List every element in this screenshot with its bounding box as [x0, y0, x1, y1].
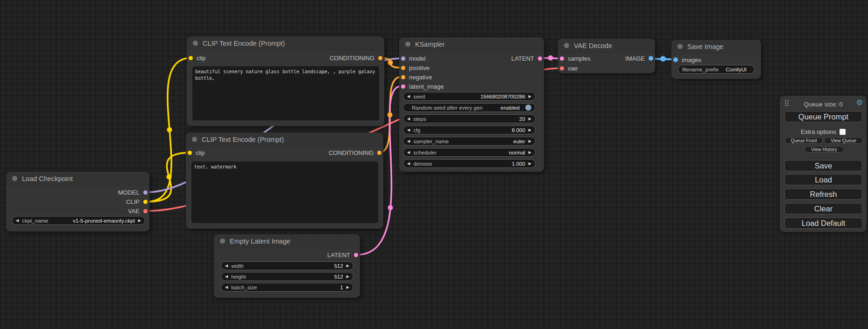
decrement-arrow-icon[interactable]: ◀: [225, 275, 228, 279]
output-conditioning[interactable]: CONDITIONING: [330, 54, 382, 62]
latent-port-icon[interactable]: [560, 56, 564, 61]
output-model[interactable]: MODEL: [118, 188, 148, 196]
model-port-icon[interactable]: [143, 190, 148, 195]
node-clip-text-encode-negative[interactable]: CLIP Text Encode (Prompt) clip CONDITION…: [186, 133, 383, 229]
node-load-checkpoint[interactable]: Load Checkpoint MODEL CLIP VAE ◀ ckpt_na…: [6, 172, 149, 231]
input-latent-image[interactable]: latent_image: [401, 82, 444, 91]
input-clip[interactable]: clip: [188, 148, 205, 157]
ckpt-name-widget[interactable]: ◀ ckpt_name v1-5-pruned-emaonly.ckpt ▶: [12, 216, 145, 225]
node-collapse-dot-icon[interactable]: [220, 238, 225, 244]
output-clip[interactable]: CLIP: [126, 197, 148, 206]
vae-port-icon[interactable]: [560, 66, 564, 70]
node-title-bar[interactable]: Load Checkpoint: [6, 172, 149, 186]
node-vae-decode[interactable]: VAE Decode samples vae IMAGE: [558, 39, 655, 73]
conditioning-port-icon[interactable]: [378, 56, 382, 60]
view-history-button[interactable]: View History: [804, 146, 844, 153]
input-vae[interactable]: vae: [560, 64, 578, 72]
node-collapse-dot-icon[interactable]: [192, 137, 197, 142]
latent-port-icon[interactable]: [538, 56, 542, 61]
steps-widget[interactable]: ◀ steps 20 ▶: [403, 114, 536, 123]
output-vae[interactable]: VAE: [128, 207, 148, 215]
clear-button[interactable]: Clear: [784, 203, 862, 214]
increment-arrow-icon[interactable]: ▶: [529, 151, 531, 154]
view-queue-button[interactable]: View Queue: [824, 137, 863, 144]
output-latent[interactable]: LATENT: [327, 251, 358, 259]
input-positive[interactable]: positive: [401, 63, 430, 72]
node-title-bar[interactable]: Empty Latent Image: [214, 234, 360, 248]
input-clip[interactable]: clip: [189, 54, 206, 62]
latent-port-icon[interactable]: [401, 84, 405, 89]
node-collapse-dot-icon[interactable]: [564, 43, 569, 48]
node-collapse-dot-icon[interactable]: [677, 44, 683, 49]
output-latent[interactable]: LATENT: [511, 54, 542, 63]
node-collapse-dot-icon[interactable]: [12, 176, 17, 181]
input-model[interactable]: model: [401, 54, 425, 63]
load-button[interactable]: Load: [784, 174, 862, 185]
increment-arrow-icon[interactable]: ▶: [529, 140, 531, 143]
node-empty-latent-image[interactable]: Empty Latent Image LATENT ◀ width 512 ▶ …: [214, 234, 360, 298]
decrement-arrow-icon[interactable]: ◀: [225, 286, 228, 289]
batch-size-widget[interactable]: ◀ batch_size 1 ▶: [221, 283, 353, 292]
cfg-widget[interactable]: ◀ cfg 8.000 ▶: [403, 126, 536, 134]
decrement-arrow-icon[interactable]: ◀: [407, 117, 410, 121]
height-widget[interactable]: ◀ height 512 ▶: [221, 272, 353, 281]
node-clip-text-encode-positive[interactable]: CLIP Text Encode (Prompt) clip CONDITION…: [187, 36, 384, 126]
increment-arrow-icon[interactable]: ▶: [346, 275, 349, 279]
node-title-bar[interactable]: CLIP Text Encode (Prompt): [186, 133, 383, 147]
decrement-arrow-icon[interactable]: ◀: [407, 128, 410, 132]
conditioning-port-icon[interactable]: [377, 151, 381, 155]
queue-front-button[interactable]: Queue Front: [785, 137, 823, 144]
increment-arrow-icon[interactable]: ▶: [529, 117, 531, 121]
image-port-icon[interactable]: [673, 57, 678, 62]
node-title-bar[interactable]: KSampler: [399, 37, 544, 51]
filename-prefix-widget[interactable]: filename_prefix ComfyUI: [678, 65, 755, 74]
increment-arrow-icon[interactable]: ▶: [346, 286, 349, 289]
increment-arrow-icon[interactable]: ▶: [529, 95, 531, 98]
clip-port-icon[interactable]: [143, 200, 148, 204]
input-samples[interactable]: samples: [560, 54, 590, 63]
input-negative[interactable]: negative: [401, 73, 432, 81]
seed-widget[interactable]: ◀ seed 156680208700286 ▶: [403, 92, 536, 101]
output-conditioning[interactable]: CONDITIONING: [329, 148, 381, 157]
queue-prompt-button[interactable]: Queue Prompt: [784, 111, 862, 122]
increment-arrow-icon[interactable]: ▶: [529, 162, 531, 166]
save-button[interactable]: Save: [784, 160, 862, 171]
settings-gear-icon[interactable]: ⚙: [856, 99, 863, 106]
prompt-textarea[interactable]: beautiful scenery nature glass bottle la…: [192, 66, 379, 120]
increment-arrow-icon[interactable]: ▶: [529, 128, 531, 132]
node-title-bar[interactable]: CLIP Text Encode (Prompt): [187, 36, 384, 50]
model-port-icon[interactable]: [401, 56, 405, 61]
refresh-button[interactable]: Refresh: [784, 189, 862, 200]
input-images[interactable]: images: [673, 56, 701, 64]
vae-port-icon[interactable]: [143, 209, 148, 213]
prompt-textarea[interactable]: text, watermark: [191, 161, 378, 223]
node-ksampler[interactable]: KSampler model positive negative latent_…: [399, 37, 544, 172]
queue-panel[interactable]: Queue size: 0 ⚙ Queue Prompt Extra optio…: [780, 96, 867, 232]
decrement-arrow-icon[interactable]: ◀: [407, 140, 410, 143]
node-title-bar[interactable]: VAE Decode: [558, 39, 655, 53]
random-seed-widget[interactable]: Random seed after every gen enabled: [403, 103, 536, 112]
node-title-bar[interactable]: Save Image: [671, 40, 761, 54]
node-collapse-dot-icon[interactable]: [405, 42, 410, 47]
image-port-icon[interactable]: [649, 56, 653, 61]
decrement-arrow-icon[interactable]: ◀: [225, 264, 228, 268]
conditioning-port-icon[interactable]: [401, 75, 405, 79]
clip-port-icon[interactable]: [188, 151, 192, 155]
node-save-image[interactable]: Save Image images filename_prefix ComfyU…: [671, 40, 761, 79]
sampler-name-widget[interactable]: ◀ sampler_name euler ▶: [403, 137, 536, 146]
clip-port-icon[interactable]: [189, 56, 193, 60]
latent-port-icon[interactable]: [354, 253, 358, 257]
increment-arrow-icon[interactable]: ▶: [138, 219, 141, 223]
increment-arrow-icon[interactable]: ▶: [346, 264, 349, 268]
output-image[interactable]: IMAGE: [625, 54, 653, 63]
comfyui-canvas[interactable]: { "icons": { "left_arrow": "◀", "right_a…: [0, 0, 868, 329]
width-widget[interactable]: ◀ width 512 ▶: [221, 261, 353, 270]
extra-options-checkbox[interactable]: [840, 129, 846, 135]
node-collapse-dot-icon[interactable]: [193, 41, 198, 46]
denoise-widget[interactable]: ◀ denoise 1.000 ▶: [403, 159, 536, 168]
decrement-arrow-icon[interactable]: ◀: [407, 95, 410, 98]
decrement-arrow-icon[interactable]: ◀: [16, 219, 19, 223]
scheduler-widget[interactable]: ◀ scheduler normal ▶: [403, 148, 536, 157]
decrement-arrow-icon[interactable]: ◀: [407, 151, 410, 154]
decrement-arrow-icon[interactable]: ◀: [407, 162, 410, 166]
